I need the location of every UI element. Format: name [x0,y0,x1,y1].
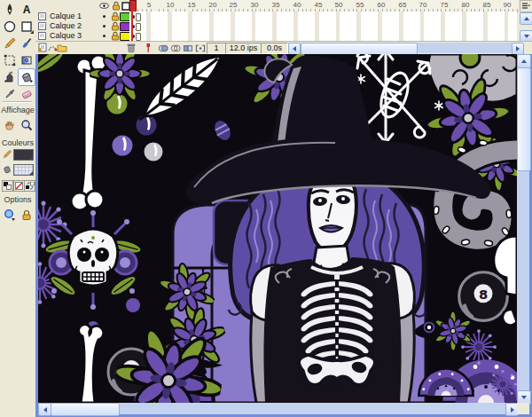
edit-multiple-frames-icon [183,43,193,53]
lock-fill-option[interactable] [18,206,35,224]
current-frame-display: 1 [207,43,226,54]
ruler-number: 25 [230,1,238,9]
outline-square-icon [121,2,130,11]
brush-tool[interactable] [18,35,35,52]
ruler-number: 20 [209,1,217,9]
tools-panel: A Affich [0,0,36,417]
ruler-number: 75 [441,1,449,9]
layer-name[interactable]: Calque 2 [50,21,82,31]
swatch-flyout-indicator [29,171,33,175]
layer-name[interactable]: Calque 3 [50,31,82,41]
pencil-tool[interactable] [1,35,19,52]
left-arrow-icon [293,46,296,51]
stroke-color-swatch[interactable] [13,149,34,161]
frame-span-end[interactable] [136,23,141,31]
ruler-number: 60 [378,1,386,9]
timeline-panel: 5 10 15 20 25 30 35 40 45 50 55 60 65 70… [35,0,532,55]
onion-skin-button[interactable] [158,43,168,53]
up-arrow-icon [521,59,527,63]
ruler-number: 35 [272,1,280,9]
down-arrow-icon [521,396,527,399]
text-tool[interactable]: A [18,1,35,19]
onion-skin-outlines-button[interactable] [170,43,181,53]
rectangle-tool[interactable] [18,18,35,35]
layer-row-calque2[interactable]: Calque 2 [35,21,532,31]
hand-tool[interactable] [1,116,19,134]
paint-bucket-tool[interactable] [18,68,35,86]
ruler-number: 30 [251,1,259,9]
ruler-number: 10 [167,1,175,9]
swap-colors-button[interactable] [24,180,35,192]
left-arrow-icon [43,407,47,413]
layer-name[interactable]: Calque 1 [50,12,82,21]
canvas-vscroll-up-button[interactable] [517,54,531,68]
delete-layer-button[interactable] [126,43,137,53]
ruler-number: 65 [399,1,407,9]
brush-icon [20,36,34,51]
layer-visibility-dot[interactable] [103,15,106,18]
eight-ball [459,272,508,321]
flyout-indicator [30,30,34,34]
ruler-number: 55 [356,1,364,9]
timeline-hscroll-thumb[interactable] [301,43,418,55]
trash-icon [126,43,137,53]
canvas-vscroll-thumb[interactable] [517,67,531,171]
frame-span-end[interactable] [136,13,141,21]
frame-span-end[interactable] [136,33,141,41]
gap-size-icon [4,208,16,221]
ruler-number: 70 [419,1,427,9]
eyedropper-tool[interactable] [1,85,19,103]
timeline-scroll-up-button[interactable] [520,12,532,25]
canvas-hscroll-left-button[interactable] [38,403,51,416]
frame-rate-display[interactable]: 12.0 ips [225,43,262,54]
starburst-flower [461,329,497,365]
center-frame-button[interactable] [143,43,153,53]
pen-tool[interactable] [1,1,19,19]
layer-visibility-dot[interactable] [103,25,106,28]
ruler-number: 85 [483,1,491,9]
fill-transform-icon [20,53,34,67]
oval-icon [3,20,17,34]
default-colors-button[interactable] [2,180,13,192]
pencil-icon [3,36,17,51]
fill-transform-tool[interactable] [18,51,35,69]
zoom-tool[interactable] [18,116,35,134]
center-frame-icon [144,43,153,53]
fill-color-icon [1,162,13,177]
show-hide-all-layers-button[interactable] [99,1,109,11]
hand-icon [3,118,17,132]
timeline-hscroll-right-button[interactable] [512,43,524,55]
onion-skin-icon [158,43,168,53]
modify-onion-markers-button[interactable] [195,43,206,53]
free-transform-icon [3,53,17,67]
lock-all-layers-button[interactable] [111,1,121,11]
timeline-options-menu-button[interactable] [520,0,532,12]
gap-size-option[interactable] [1,206,19,224]
oval-tool[interactable] [1,18,19,35]
colors-section-label: Couleurs [0,138,35,147]
eraser-tool[interactable] [18,85,35,103]
insert-layer-folder-button[interactable] [57,43,67,53]
paint-bucket-icon [20,70,34,84]
free-transform-tool[interactable] [1,51,19,69]
timeline-hscroll-left-button[interactable] [288,43,301,55]
layer-row-calque1[interactable]: Calque 1 [35,12,532,21]
menu-icon [522,3,530,10]
playhead[interactable] [129,0,137,12]
ink-bottle-tool[interactable] [1,68,19,86]
padlock-icon [112,1,121,11]
eye-icon [99,2,109,10]
layer-row-calque3[interactable]: Calque 3 [35,31,532,41]
layer-visibility-dot[interactable] [103,35,106,37]
edit-multiple-frames-button[interactable] [183,43,193,53]
ruler-number: 5 [147,1,151,9]
stage-artwork[interactable]: 8 [38,54,517,403]
timeline-ruler[interactable]: 5 10 15 20 25 30 35 40 45 50 55 60 65 70… [129,0,518,12]
swatch-flyout-indicator [29,156,33,160]
canvas-hscroll-thumb[interactable] [51,403,120,416]
text-tool-glyph: A [23,4,31,16]
ruler-number: 40 [293,1,301,9]
ruler-number: 90 [504,1,512,9]
options-section-label: Options [0,195,35,204]
fill-color-swatch[interactable] [13,164,34,176]
